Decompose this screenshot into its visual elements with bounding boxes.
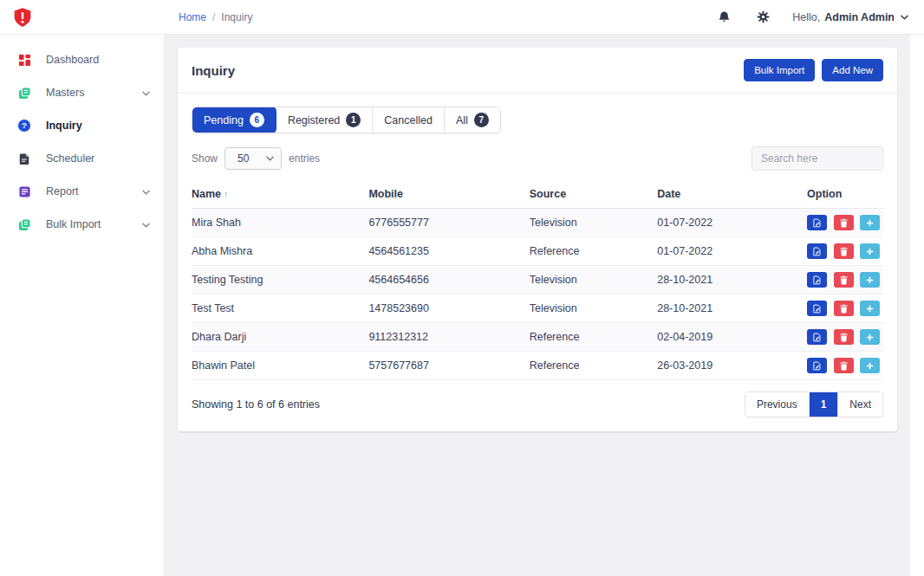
file-edit-icon — [812, 275, 822, 285]
cell-source: Reference — [530, 352, 658, 380]
chevron-down-icon — [142, 185, 150, 197]
card-header-actions: Bulk Import Add New — [744, 59, 883, 81]
cell-name: Test Test — [192, 294, 368, 323]
plus-icon — [865, 361, 875, 371]
cell-options — [807, 266, 883, 294]
sidebar-item-inquiry[interactable]: ? Inquiry — [0, 109, 164, 142]
file-edit-icon — [812, 361, 822, 371]
trash-icon — [839, 361, 849, 371]
sidebar-item-label: Report — [46, 185, 79, 197]
cell-source: Television — [530, 209, 658, 237]
edit-button[interactable] — [807, 243, 827, 259]
edit-button[interactable] — [807, 329, 827, 345]
page-size-select[interactable]: 50 — [224, 147, 282, 170]
delete-button[interactable] — [834, 272, 854, 288]
add-button[interactable] — [860, 358, 880, 373]
sidebar-item-bulk-import[interactable]: Bulk Import — [0, 208, 164, 241]
tab-label: Pending — [204, 114, 244, 126]
breadcrumb-separator: / — [212, 11, 215, 23]
table-row: Bhawin Patel 5757677687 Reference 26-03-… — [192, 352, 883, 380]
plus-icon — [865, 304, 875, 314]
page-number-button[interactable]: 1 — [810, 392, 839, 417]
entries-label: entries — [289, 152, 320, 165]
cell-date: 26-03-2019 — [657, 352, 807, 380]
tab-all[interactable]: All 7 — [445, 107, 500, 133]
tab-cancelled[interactable]: Cancelled — [373, 107, 445, 133]
delete-button[interactable] — [834, 358, 854, 373]
edit-button[interactable] — [807, 358, 827, 373]
table-row: Testing Testing 4564654656 Television 28… — [192, 266, 883, 294]
sidebar: Dashboard Masters ? — [0, 35, 165, 576]
table-row: Abha Mishra 4564561235 Reference 01-07-2… — [192, 237, 883, 266]
add-button[interactable] — [860, 301, 880, 316]
next-page-button[interactable]: Next — [838, 392, 882, 417]
plus-icon — [865, 218, 875, 228]
trash-icon — [839, 218, 849, 228]
trash-icon — [839, 247, 849, 256]
cell-options — [807, 352, 883, 380]
cell-date: 28-10-2021 — [657, 294, 807, 323]
sidebar-item-label: Scheduler — [46, 152, 94, 165]
delete-button[interactable] — [834, 329, 854, 345]
settings-button[interactable] — [753, 7, 773, 27]
cell-mobile: 9112312312 — [368, 323, 529, 352]
delete-button[interactable] — [834, 243, 854, 259]
table-row: Test Test 1478523690 Television 28-10-20… — [192, 294, 883, 323]
cell-name: Bhawin Patel — [192, 352, 368, 380]
breadcrumb-home-link[interactable]: Home — [179, 11, 206, 23]
column-header-source[interactable]: Source — [530, 182, 658, 209]
column-header-option[interactable]: Option — [807, 182, 883, 209]
file-edit-icon — [812, 333, 822, 342]
cell-mobile: 1478523690 — [368, 294, 529, 323]
file-icon — [16, 152, 33, 165]
column-header-mobile[interactable]: Mobile — [368, 182, 529, 209]
trash-icon — [839, 275, 849, 285]
logo[interactable] — [0, 5, 165, 29]
add-button[interactable] — [860, 272, 880, 288]
count-badge: 1 — [346, 113, 361, 127]
add-button[interactable] — [860, 243, 880, 259]
file-edit-icon — [812, 218, 822, 228]
app-window: Home / Inquiry — [0, 0, 924, 576]
search-input[interactable] — [752, 146, 883, 171]
cell-name: Mira Shah — [192, 209, 368, 237]
edit-button[interactable] — [807, 215, 827, 230]
svg-text:?: ? — [22, 120, 27, 130]
column-header-date[interactable]: Date — [657, 182, 807, 209]
entries-summary: Showing 1 to 6 of 6 entries — [192, 398, 320, 411]
bulk-import-button[interactable]: Bulk Import — [744, 59, 815, 81]
sidebar-item-scheduler[interactable]: Scheduler — [0, 142, 164, 175]
add-button[interactable] — [860, 215, 880, 230]
sidebar-item-label: Masters — [46, 87, 84, 99]
edit-button[interactable] — [807, 301, 827, 316]
previous-page-button[interactable]: Previous — [745, 392, 810, 417]
copy-icon — [16, 87, 33, 100]
add-new-button[interactable]: Add New — [822, 59, 883, 81]
column-header-name[interactable]: Name↑ — [192, 182, 368, 209]
sidebar-item-dashboard[interactable]: Dashboard — [0, 43, 164, 76]
cell-mobile: 5757677687 — [368, 352, 529, 380]
tab-label: All — [456, 114, 468, 126]
report-icon — [16, 185, 33, 198]
notifications-button[interactable] — [714, 7, 734, 27]
edit-button[interactable] — [807, 272, 827, 288]
delete-button[interactable] — [834, 301, 854, 316]
user-menu[interactable]: Hello, Admin Admin — [792, 11, 908, 23]
cell-date: 02-04-2019 — [657, 323, 807, 352]
trash-icon — [839, 333, 849, 342]
add-button[interactable] — [860, 329, 880, 345]
cell-options — [807, 237, 883, 266]
file-edit-icon — [812, 247, 822, 256]
tab-pending[interactable]: Pending 6 — [192, 107, 277, 133]
cell-name: Dhara Darji — [192, 323, 368, 352]
table-row: Mira Shah 6776555777 Television 01-07-20… — [192, 209, 883, 237]
sidebar-item-report[interactable]: Report — [0, 175, 164, 208]
grid-icon — [16, 54, 33, 67]
delete-button[interactable] — [834, 215, 854, 230]
tab-registered[interactable]: Registered 1 — [277, 107, 373, 133]
chevron-down-icon — [142, 218, 150, 230]
cell-source: Reference — [530, 237, 658, 266]
sidebar-item-masters[interactable]: Masters — [0, 76, 164, 109]
bell-icon — [718, 10, 731, 23]
sidebar-item-label: Dashboard — [46, 54, 99, 66]
